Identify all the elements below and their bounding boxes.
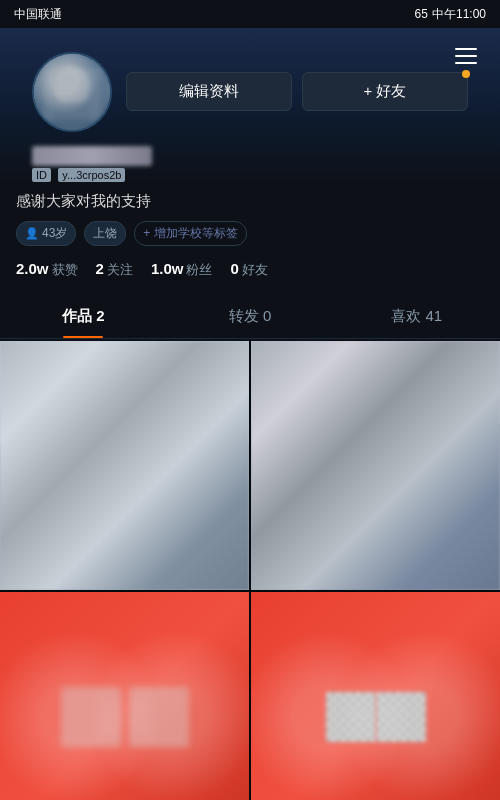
edit-profile-button[interactable]: 编辑资料 [126, 72, 292, 111]
add-friend-button[interactable]: + 好友 [302, 72, 468, 111]
content-grid [0, 341, 500, 800]
face-image-1 [0, 341, 249, 590]
svg-rect-12 [251, 341, 500, 424]
tab-reposts-label: 转发 0 [229, 307, 272, 324]
stat-following[interactable]: 2 关注 [96, 260, 133, 279]
svg-rect-11 [251, 341, 500, 590]
pixel-block-2 [376, 692, 426, 742]
svg-point-13 [324, 386, 428, 515]
tab-likes[interactable]: 喜欢 41 [333, 295, 500, 338]
grid-item-3[interactable] [0, 592, 249, 800]
age-tag: 👤 43岁 [16, 221, 76, 246]
carrier-signal: 中国联通 [14, 6, 62, 23]
username-block [32, 146, 468, 166]
profile-section: 编辑资料 + 好友 [16, 38, 484, 132]
profile-actions: 编辑资料 + 好友 [126, 52, 468, 111]
friends-label: 好友 [242, 261, 268, 279]
tab-likes-label: 喜欢 41 [391, 307, 442, 324]
svg-point-7 [67, 377, 181, 512]
status-bar: 中国联通 65 中午11:00 [0, 0, 500, 28]
header-background: 编辑资料 + 好友 ID y...3crpos2b [0, 28, 500, 182]
age-tag-label: 43岁 [42, 225, 67, 242]
username-blurred [32, 146, 152, 166]
grid-item-2[interactable] [251, 341, 500, 590]
grid-item-1[interactable] [0, 341, 249, 590]
tab-works-label: 作品 2 [62, 307, 105, 324]
svg-point-8 [93, 393, 155, 466]
fans-label: 粉丝 [186, 261, 212, 279]
likes-label: 获赞 [52, 261, 78, 279]
battery-level: 65 [415, 7, 428, 21]
grid-item-4[interactable] [251, 592, 500, 800]
stats-row: 2.0w 获赞 2 关注 1.0w 粉丝 0 好友 [0, 246, 500, 279]
id-prefix: ID [32, 168, 51, 182]
avatar-blur [34, 54, 110, 130]
user-id-text: y...3crpos2b [58, 168, 125, 182]
face-svg-1 [0, 341, 249, 590]
bio-text: 感谢大家对我的支持 [0, 182, 500, 211]
avatar[interactable] [32, 52, 112, 132]
pixel-block-1 [326, 692, 376, 742]
fans-number: 1.0w [151, 260, 184, 277]
status-right: 65 中午11:00 [415, 6, 486, 23]
friends-number: 0 [230, 260, 238, 277]
avatar-image [34, 54, 110, 130]
face-svg-2 [251, 341, 500, 590]
add-tag-button[interactable]: + 增加学校等标签 [134, 221, 246, 246]
svg-rect-10 [0, 341, 249, 590]
blurred-face-1 [61, 687, 121, 747]
time-display: 中午11:00 [432, 6, 486, 23]
stat-fans[interactable]: 1.0w 粉丝 [151, 260, 213, 279]
username-area: ID y...3crpos2b [16, 132, 484, 182]
person-icon: 👤 [25, 227, 39, 240]
svg-rect-16 [251, 341, 500, 590]
face-image-2 [251, 341, 500, 590]
user-id: ID y...3crpos2b [32, 168, 468, 182]
blurred-face-2 [129, 687, 189, 747]
tags-row: 👤 43岁 上饶 + 增加学校等标签 [0, 211, 500, 246]
red-content-1 [0, 592, 249, 800]
svg-rect-15 [318, 512, 432, 590]
svg-rect-6 [0, 341, 249, 445]
tabs-row: 作品 2 转发 0 喜欢 41 [0, 295, 500, 339]
svg-point-14 [346, 401, 404, 467]
svg-rect-9 [62, 507, 187, 590]
following-label: 关注 [107, 261, 133, 279]
tab-works[interactable]: 作品 2 [0, 295, 167, 338]
following-number: 2 [96, 260, 104, 277]
stat-likes[interactable]: 2.0w 获赞 [16, 260, 78, 279]
red-content-2 [251, 592, 500, 800]
stat-friends[interactable]: 0 好友 [230, 260, 267, 279]
location-tag-label: 上饶 [93, 225, 117, 242]
tab-reposts[interactable]: 转发 0 [167, 295, 334, 338]
location-tag: 上饶 [84, 221, 126, 246]
likes-number: 2.0w [16, 260, 49, 277]
notification-dot [462, 70, 470, 78]
svg-rect-5 [0, 341, 249, 590]
